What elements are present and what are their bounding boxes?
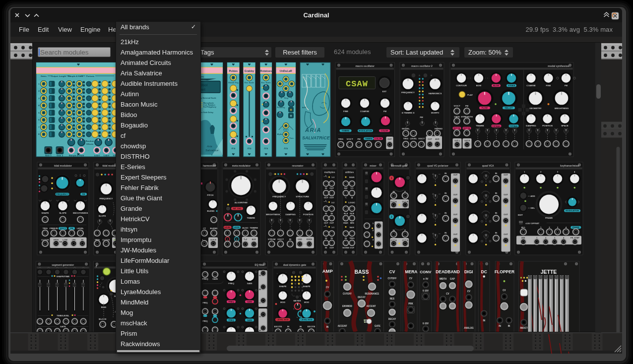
svg-text:LEVEL: LEVEL [410, 137, 417, 140]
svg-text:COARSE: COARSE [526, 84, 536, 87]
svg-text:V/OCT: V/OCT [277, 238, 284, 241]
svg-text:MIN: MIN [350, 222, 354, 224]
svg-text:BLEND: BLEND [207, 210, 215, 212]
svg-text:ly External Scale: ly External Scale [200, 97, 217, 99]
svg-text:IN: IN [444, 172, 446, 175]
svg-text:BLOCK: BLOCK [99, 318, 107, 320]
svg-text:IN: IN [495, 172, 497, 175]
svg-text:Sample & Hold: Sample & Hold [69, 154, 84, 157]
svg-text:FREQ: FREQ [228, 301, 234, 303]
svg-text:FM: FM [420, 116, 423, 119]
svg-text:GATE: GATE [375, 325, 380, 327]
svg-text:V/OCT: V/OCT [60, 227, 66, 230]
svg-text:BLOW: BLOW [493, 84, 499, 87]
svg-text:POSITION: POSITION [542, 124, 553, 127]
svg-text:Zoom: Zoom [283, 128, 289, 131]
svg-text:PITCH: PITCH [207, 194, 214, 196]
svg-text:1:1: 1:1 [331, 226, 335, 229]
svg-text:TIMBRE: TIMBRE [476, 124, 484, 127]
svg-text:MODEL: MODEL [402, 127, 410, 130]
svg-text:EXCITE: EXCITE [274, 325, 282, 328]
svg-text:ne Safe Delay: ne Safe Delay [200, 111, 214, 114]
svg-text:INT. OSC: INT. OSC [233, 207, 242, 210]
svg-text:HARMONICS: HARMONICS [429, 92, 442, 95]
svg-text:Label: Label [104, 154, 109, 157]
svg-text:METER: METER [293, 300, 301, 302]
svg-text:COARSE: COARSE [360, 110, 370, 113]
svg-text:Grabby: Grabby [245, 69, 254, 72]
svg-text:FREQUENCY: FREQUENCY [100, 197, 113, 200]
svg-text:IN: IN [499, 325, 501, 327]
svg-text:PLAY: PLAY [467, 94, 473, 96]
svg-text:quad VC-polarizer: quad VC-polarizer [427, 164, 448, 167]
svg-text:ENVMOD: ENVMOD [342, 305, 353, 307]
svg-text:IN: IN [444, 192, 446, 194]
svg-text:FREQUENCY: FREQUENCY [56, 193, 68, 195]
svg-text:OUT: OUT [329, 222, 334, 224]
svg-text:GATE: GATE [60, 325, 66, 328]
svg-text:IN: IN [325, 187, 327, 189]
svg-text:CT: CT [203, 227, 206, 230]
svg-text:V/OCT: V/OCT [453, 105, 460, 107]
svg-text:UnDuLaR: UnDuLaR [280, 69, 292, 72]
svg-text:LEVEL: LEVEL [224, 226, 231, 229]
svg-text:IN: IN [495, 232, 497, 234]
svg-text:IN: IN [325, 237, 327, 240]
svg-text:ODD: ODD [298, 238, 302, 241]
svg-text:LEVEL: LEVEL [234, 226, 240, 229]
svg-text:CV: CV [389, 269, 395, 274]
svg-text:STRENGTH: STRENGTH [461, 116, 473, 118]
svg-text:PRK: PRK [408, 303, 413, 305]
svg-text:Padding: Padding [277, 106, 285, 109]
svg-text:Offsets: Offsets [86, 143, 94, 145]
svg-text:BRIGHTNESS: BRIGHTNESS [266, 213, 280, 216]
svg-text:quad VCA: quad VCA [482, 164, 494, 167]
svg-text:+: + [378, 247, 379, 249]
svg-text:TIMBRE: TIMBRE [250, 227, 258, 229]
svg-text:T&H: T&H [59, 241, 62, 243]
svg-text:✳ 5V: ✳ 5V [423, 278, 429, 280]
svg-text:SHAPE: SHAPE [303, 285, 311, 288]
svg-text:MAX: MAX [343, 222, 348, 224]
svg-text:GAIN: GAIN [247, 319, 252, 321]
svg-text:CUTOFF: CUTOFF [387, 277, 396, 280]
svg-text:SHAPE/TIME: SHAPE/TIME [57, 275, 69, 278]
svg-text:1/1: 1/1 [351, 187, 354, 189]
svg-text:ARiA: ARiA [305, 127, 321, 133]
svg-text:Aria: Aria [283, 147, 288, 150]
svg-text:EVEN: EVEN [307, 238, 312, 241]
svg-text:BRIGHTNESS: BRIGHTNESS [555, 107, 569, 110]
svg-text:GATE: GATE [454, 116, 460, 118]
svg-text:IN: IN [300, 325, 302, 328]
svg-text:MORPH: MORPH [431, 112, 439, 114]
svg-text:DC: DC [481, 269, 487, 274]
svg-text:V/OCT: V/OCT [346, 138, 353, 140]
svg-text:S&H: S&H [349, 226, 354, 229]
svg-text:EQ filter: EQ filter [255, 263, 265, 266]
svg-text:FM: FM [70, 227, 73, 230]
svg-text:AUX: AUX [252, 238, 256, 241]
svg-text:TIMBRE: TIMBRE [365, 137, 373, 140]
svg-text:multiples: multiples [324, 171, 335, 174]
svg-text:+: + [378, 239, 379, 241]
svg-text:ALL: ALL [521, 226, 526, 229]
svg-text:Random: Random [85, 140, 94, 142]
svg-text:OUT: OUT [504, 233, 508, 236]
svg-text:OUT: OUT [453, 193, 458, 196]
svg-text:IN/OCT: IN/OCT [520, 327, 528, 329]
svg-text:FLOPPER: FLOPPER [495, 269, 514, 274]
svg-text:IN: IN [495, 192, 497, 194]
svg-text:3:2: 3:2 [331, 201, 335, 204]
svg-text:resonator: resonator [292, 164, 303, 167]
svg-text:+: + [378, 230, 379, 232]
svg-text:OUT: OUT [350, 246, 354, 249]
svg-text:TIMBRE: TIMBRE [342, 129, 350, 132]
svg-text:MODULATION: MODULATION [359, 129, 372, 132]
svg-text:OUT: OUT [324, 196, 328, 199]
svg-text:0-10V: 0-10V [423, 290, 429, 292]
svg-text:Y: Y [291, 97, 292, 99]
svg-text:segment generator: segment generator [52, 263, 74, 266]
svg-text:⎈: ⎈ [351, 196, 353, 199]
svg-text:MALLET: MALLET [505, 107, 513, 109]
svg-text:IN: IN [508, 325, 510, 327]
